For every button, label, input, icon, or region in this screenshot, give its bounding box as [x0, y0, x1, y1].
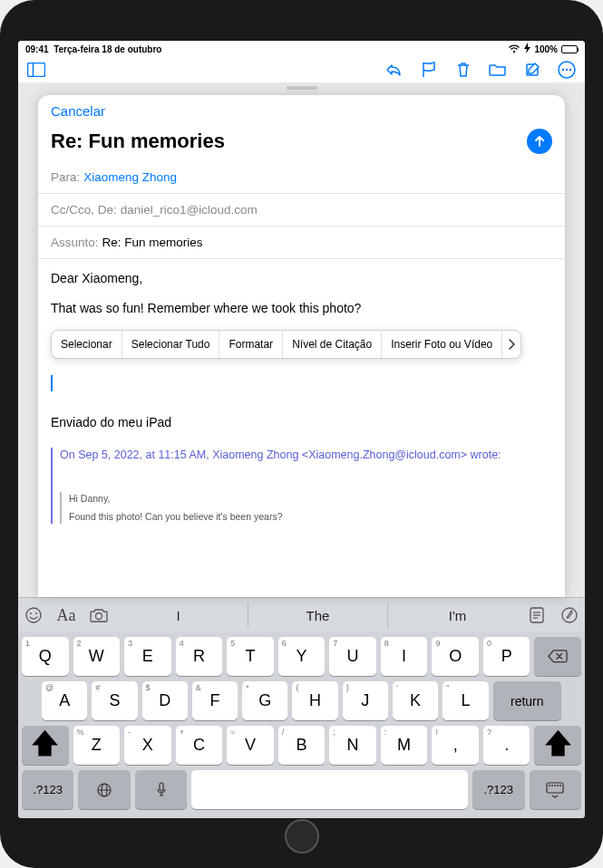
key-V[interactable]: =V [227, 726, 274, 765]
wifi-icon [508, 44, 520, 53]
key-Z[interactable]: %Z [73, 726, 121, 765]
shift-key[interactable] [22, 726, 69, 765]
trash-icon[interactable] [454, 61, 472, 79]
menu-select[interactable]: Selecionar [52, 331, 122, 358]
menu-quote-level[interactable]: Nível de Citação [283, 331, 382, 358]
globe-key[interactable] [78, 770, 130, 809]
key-M[interactable]: :M [381, 726, 428, 765]
keyboard-row-4: .?123 .?123 [22, 770, 581, 809]
compose-icon[interactable] [523, 61, 541, 79]
subject-value: Re: Fun memories [102, 236, 203, 249]
more-icon[interactable] [558, 61, 576, 79]
key-f[interactable]: &F [192, 681, 238, 720]
svg-point-3 [562, 69, 564, 71]
key-B[interactable]: /B [278, 726, 326, 765]
keyboard-toolbar: Aa I The I'm [18, 598, 585, 632]
sidebar-toggle-icon[interactable] [27, 61, 45, 79]
folder-icon[interactable] [489, 61, 507, 79]
key-j[interactable]: )J [343, 681, 388, 720]
flag-icon[interactable] [420, 61, 438, 79]
text-format-icon[interactable]: Aa [56, 605, 76, 625]
keyboard: Aa I The I'm [18, 597, 585, 818]
suggestion[interactable]: The [248, 603, 387, 628]
to-field[interactable]: Para: Xiaomeng Zhong [38, 161, 565, 194]
quoted-line: Hi Danny, [69, 492, 552, 505]
keyboard-suggestions: I The I'm [109, 603, 527, 628]
key-y[interactable]: 6Y [278, 637, 326, 676]
key-u[interactable]: 7U [329, 637, 376, 676]
key-d[interactable]: $D [142, 681, 188, 720]
hide-keyboard-key[interactable] [530, 770, 581, 809]
suggestion[interactable]: I [109, 603, 248, 628]
menu-format[interactable]: Formatar [219, 331, 283, 358]
compose-sheet: Cancelar Re: Fun memories Para: Xiaomeng… [38, 95, 565, 597]
shift-key[interactable] [534, 726, 581, 765]
cancel-button[interactable]: Cancelar [51, 103, 105, 119]
content-area: Cancelar Re: Fun memories Para: Xiaomeng… [18, 82, 585, 597]
key-q[interactable]: 1Q [22, 637, 69, 676]
key-k[interactable]: 'K [393, 681, 438, 720]
key-e[interactable]: 3E [124, 637, 171, 676]
key-p[interactable]: 0P [483, 637, 530, 676]
compose-title: Re: Fun memories [51, 130, 225, 153]
menu-insert-photo[interactable]: Inserir Foto ou Vídeo [382, 331, 502, 358]
svg-rect-19 [547, 783, 563, 793]
markup-icon[interactable] [559, 605, 579, 625]
subject-label: Assunto: [51, 236, 99, 249]
cc-value: daniel_rico1@icloud.com [121, 203, 258, 217]
status-time: 09:41 [25, 44, 49, 54]
key-l[interactable]: "L [443, 681, 488, 720]
reply-icon[interactable] [385, 61, 404, 79]
body-line: That was so fun! Remember where we took … [51, 300, 552, 317]
keyboard-row-2: @A#S$D&F*G(H)J'K"Lreturn [22, 681, 581, 720]
to-recipient[interactable]: Xiaomeng Zhong [83, 170, 177, 184]
key-C[interactable]: +C [176, 726, 223, 765]
menu-select-all[interactable]: Selecionar Tudo [122, 331, 220, 358]
key-r[interactable]: 4R [176, 637, 223, 676]
key-X[interactable]: -X [124, 726, 171, 765]
key-.[interactable]: ?. [483, 726, 530, 765]
quoted-message: On Sep 5, 2022, at 11:15 AM, Xiaomeng Zh… [51, 448, 552, 524]
dictation-key[interactable] [135, 770, 187, 809]
svg-rect-18 [160, 783, 163, 791]
key-N[interactable]: ;N [329, 726, 376, 765]
keyboard-row-1: 1Q2W3E4R5T6Y7U8I9O0P [22, 637, 581, 676]
key-o[interactable]: 9O [432, 637, 479, 676]
key-,[interactable]: !, [432, 726, 479, 765]
svg-point-8 [35, 612, 37, 614]
cc-label: Cc/Cco, De: [51, 203, 117, 217]
sheet-grabber[interactable] [287, 86, 317, 90]
signature: Enviado do meu iPad [51, 414, 552, 431]
key-t[interactable]: 5T [227, 637, 274, 676]
to-label: Para: [51, 170, 80, 184]
emoji-icon[interactable] [24, 605, 44, 625]
key-w[interactable]: 2W [73, 637, 121, 676]
battery-percent: 100% [534, 44, 558, 54]
scan-icon[interactable] [527, 605, 547, 625]
quoted-line: Found this photo! Can you believe it's b… [69, 510, 552, 523]
return-key[interactable]: return [493, 681, 561, 720]
message-body[interactable]: Dear Xiaomeng, That was so fun! Remember… [38, 259, 565, 597]
numbers-key[interactable]: .?123 [472, 770, 524, 809]
quote-header: On Sep 5, 2022, at 11:15 AM, Xiaomeng Zh… [60, 448, 552, 464]
space-key[interactable] [191, 770, 468, 809]
menu-more-icon[interactable] [502, 331, 520, 358]
subject-field[interactable]: Assunto: Re: Fun memories [38, 227, 565, 259]
send-button[interactable] [527, 129, 552, 154]
suggestion[interactable]: I'm [387, 603, 527, 628]
home-button[interactable] [285, 819, 319, 854]
key-a[interactable]: @A [42, 681, 87, 720]
camera-icon[interactable] [89, 605, 109, 625]
key-s[interactable]: #S [92, 681, 137, 720]
body-line: Dear Xiaomeng, [51, 270, 552, 287]
key-h[interactable]: (H [292, 681, 337, 720]
svg-point-14 [562, 608, 577, 622]
cc-field[interactable]: Cc/Cco, De: daniel_rico1@icloud.com [38, 194, 565, 227]
key-g[interactable]: *G [242, 681, 287, 720]
keyboard-row-3: %Z-X+C=V/B;N:M!,?. [22, 726, 581, 765]
text-context-menu: Selecionar Selecionar Tudo Formatar Níve… [51, 330, 521, 359]
numbers-key[interactable]: .?123 [22, 770, 73, 809]
key-i[interactable]: 8I [381, 637, 428, 676]
screen: 09:41 Terça-feira 18 de outubro 100% [18, 41, 585, 818]
backspace-key[interactable] [534, 637, 581, 676]
